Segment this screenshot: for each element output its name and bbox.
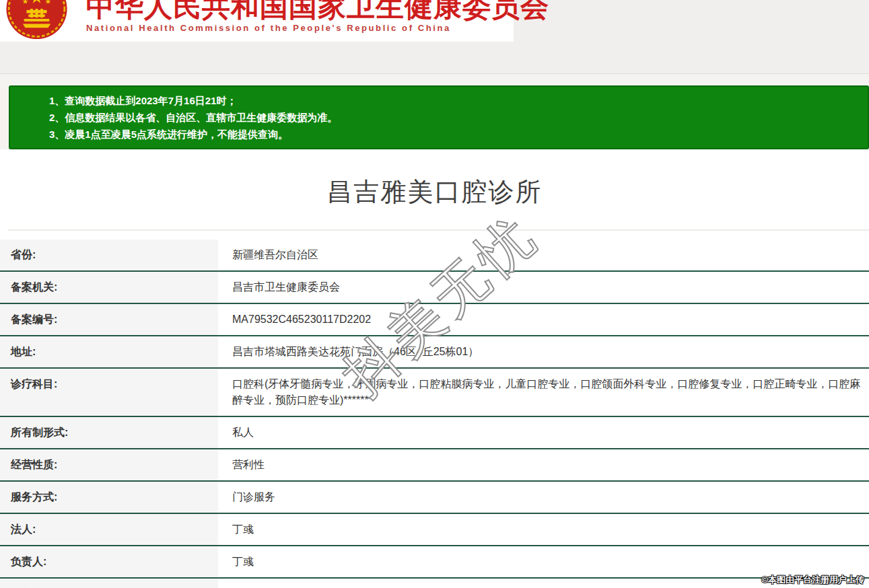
table-row: 经营性质: 营利性: [0, 449, 869, 482]
notice-line-3: 3、凌晨1点至凌晨5点系统进行维护，不能提供查询。: [49, 126, 854, 143]
row-value: 昌吉市卫生健康委员会: [218, 272, 869, 303]
row-label: 备案编号:: [0, 304, 218, 335]
table-row: 备案日期: 2023/4/12: [0, 579, 869, 588]
row-value: 门诊服务: [218, 482, 869, 513]
row-label: 经营性质:: [0, 449, 218, 480]
notice-line-2: 2、信息数据结果以各省、自治区、直辖市卫生健康委数据为准。: [49, 109, 854, 126]
row-value: 丁彧: [218, 514, 869, 545]
table-row: 地址: 昌吉市塔城西路美达花苑门面房（46区4丘25栋01）: [0, 336, 869, 369]
row-label: 负责人:: [0, 546, 218, 577]
image-attribution: ©本图由平台注册用户上传: [761, 574, 864, 586]
info-table: 省份: 新疆维吾尔自治区 备案机关: 昌吉市卫生健康委员会 备案编号: MA79…: [0, 240, 869, 588]
header-title-en: National Health Commission of the People…: [86, 23, 510, 33]
row-label: 备案机关:: [0, 272, 218, 303]
row-label: 地址:: [0, 336, 218, 367]
row-value: 新疆维吾尔自治区: [218, 240, 869, 270]
notice-line-1: 1、查询数据截止到2023年7月16日21时；: [49, 92, 854, 109]
table-top-rule: [8, 229, 869, 231]
table-row: 诊疗科目: 口腔科(牙体牙髓病专业，牙周病专业，口腔粘膜病专业，儿童口腔专业，口…: [0, 369, 869, 417]
table-row: 负责人: 丁彧: [0, 546, 869, 579]
row-value: 营利性: [218, 449, 869, 480]
row-value: 昌吉市塔城西路美达花苑门面房（46区4丘25栋01）: [218, 336, 869, 367]
row-value: 丁彧: [218, 546, 869, 577]
row-label: 法人:: [0, 514, 218, 545]
row-value: 口腔科(牙体牙髓病专业，牙周病专业，口腔粘膜病专业，儿童口腔专业，口腔颌面外科专…: [218, 369, 869, 416]
table-row: 服务方式: 门诊服务: [0, 482, 869, 514]
china-national-emblem-icon: [3, 0, 71, 40]
table-row: 备案编号: MA79532C465230117D2202: [0, 304, 869, 336]
table-row: 法人: 丁彧: [0, 514, 869, 546]
row-label: 诊疗科目:: [0, 369, 218, 416]
title-section: 昌吉雅美口腔诊所: [0, 149, 869, 229]
header-band: 中华人民共和国国家卫生健康委员会 National Health Commiss…: [0, 0, 869, 74]
row-label: 省份:: [0, 240, 218, 270]
header-title-cn: 中华人民共和国国家卫生健康委员会: [86, 0, 510, 22]
row-value: 私人: [218, 417, 869, 448]
nhc-logo-block: 中华人民共和国国家卫生健康委员会 National Health Commiss…: [0, 0, 514, 42]
row-label: 服务方式:: [0, 482, 218, 513]
table-row: 所有制形式: 私人: [0, 417, 869, 449]
row-label: 备案日期:: [0, 579, 218, 588]
row-value: MA79532C465230117D2202: [218, 304, 869, 335]
notice-band: 1、查询数据截止到2023年7月16日21时； 2、信息数据结果以各省、自治区、…: [0, 74, 869, 149]
table-row: 省份: 新疆维吾尔自治区: [0, 240, 869, 272]
table-row: 备案机关: 昌吉市卫生健康委员会: [0, 272, 869, 304]
row-label: 所有制形式:: [0, 417, 218, 448]
page-title: 昌吉雅美口腔诊所: [0, 175, 869, 209]
header-titles: 中华人民共和国国家卫生健康委员会 National Health Commiss…: [86, 0, 510, 33]
notice-box: 1、查询数据截止到2023年7月16日21时； 2、信息数据结果以各省、自治区、…: [9, 85, 869, 149]
